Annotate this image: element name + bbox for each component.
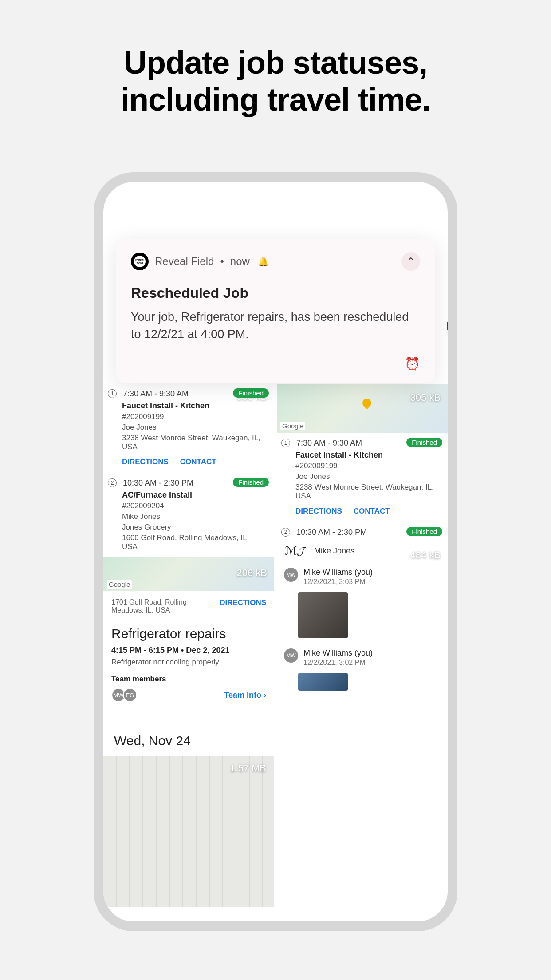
status-badge: Finished [406,438,442,447]
job-order-badge: 1 [108,389,117,398]
job-card-2[interactable]: 2 10:30 AM - 2:30 PM Finished [277,522,448,540]
file-size-overlay: 1.57 MB [230,763,266,774]
team-row: MW EG Team info › [111,688,266,702]
snooze-button[interactable]: ⏰ [131,356,420,371]
contact-link[interactable]: CONTACT [354,507,390,516]
job-person: Joe Jones [295,472,440,481]
hero-line2: including travel time. [0,81,551,118]
status-badge: Finished [233,478,269,487]
date-header: Wed, Nov 24 [103,720,274,756]
detail-address: 1701 Golf Road, Rolling Meadows, IL, USA [111,598,220,614]
job-address: 3238 West Monroe Street, Waukegan, IL, U… [122,434,266,451]
collapse-button[interactable]: ⌃ [401,252,420,271]
notification-title: Rescheduled Job [131,285,420,301]
snooze-alarm-icon: ⏰ [405,357,420,371]
inbox-peek-text: I [446,320,448,333]
job-person: Mike Jones [122,512,266,521]
phone-frame: I revealfield Reveal Field • now 🔔 ⌃ Res… [94,172,457,931]
signature-name: Mike Jones [314,546,354,556]
job-title: Faucet Install - Kitchen [295,450,440,460]
team-info-link[interactable]: Team info › [224,691,266,700]
file-size-overlay: 305 kB [410,392,441,403]
app-icon: revealfield [131,253,149,270]
feed-timestamp: 12/2/2021, 3:03 PM [303,578,373,586]
google-logo: Google [107,580,132,589]
job-address: 3238 West Monroe Street, Waukegan, IL, U… [295,483,440,501]
job-order-badge: 2 [281,528,290,537]
team-members-label: Team members [111,675,266,684]
screenshot-collage: 338 kB 1 7:30 AM - 9:30 AM Finished Fauc… [103,384,448,921]
feed-item[interactable]: MW Mike Williams (you) 12/2/2021, 3:02 P… [277,643,448,672]
feed-name: Mike Williams (you) [303,648,373,658]
job-card-1[interactable]: 338 kB 1 7:30 AM - 9:30 AM Finished Fauc… [103,384,274,473]
notification-separator: • [220,255,224,268]
notification-header: revealfield Reveal Field • now 🔔 ⌃ [131,252,420,271]
job-ref: #202009199 [295,462,440,470]
map-thumbnail[interactable]: 206 kB Google [103,557,274,591]
job-card-1[interactable]: 1 7:30 AM - 9:30 AM Finished Faucet Inst… [277,433,448,522]
job-address: 1600 Golf Road, Rolling Meadows, IL, USA [122,533,266,551]
status-badge: Finished [406,527,442,536]
hero-line1: Update job statuses, [0,44,551,81]
document-photo[interactable]: 1.57 MB [103,756,274,907]
feed-timestamp: 12/2/2021, 3:02 PM [303,659,373,667]
notification-card[interactable]: revealfield Reveal Field • now 🔔 ⌃ Resch… [116,239,435,383]
file-size-overlay: 206 kB [237,567,268,579]
job-card-2[interactable]: 2 10:30 AM - 2:30 PM Finished AC/Furnace… [103,473,274,557]
directions-link[interactable]: DIRECTIONS [220,598,266,614]
detail-heading: Refrigerator repairs [111,626,266,641]
photo-thumbnail[interactable] [298,673,348,691]
directions-link[interactable]: DIRECTIONS [295,507,342,516]
feed-item[interactable]: MW Mike Williams (you) 12/2/2021, 3:03 P… [277,562,448,591]
job-ref: #202009204 [122,502,266,510]
phone-content: I revealfield Reveal Field • now 🔔 ⌃ Res… [103,182,448,921]
job-company: Jones Grocery [122,523,266,532]
signature-row: ℳ𝓙 Mike Jones 484 kB [277,540,448,562]
map-thumbnail[interactable]: 305 kB Google [277,384,448,433]
hero-title: Update job statuses, including travel ti… [0,44,551,118]
job-ref: #202009199 [122,412,266,421]
map-pin-icon [360,397,373,409]
notification-app-name: Reveal Field [155,255,214,268]
avatar: MW [284,648,298,663]
file-size-overlay: 484 kB [410,549,441,561]
chevron-up-icon: ⌃ [407,256,415,267]
feed-name: Mike Williams (you) [303,568,373,577]
job-title: Faucet Install - Kitchen [122,401,266,411]
google-logo: Google [280,422,305,430]
job-person: Joe Jones [122,423,266,432]
photo-thumbnail[interactable] [298,592,348,638]
signature-icon: ℳ𝓙 [285,544,305,558]
job-order-badge: 1 [281,439,290,447]
avatar: MW [284,568,298,582]
job-detail-card[interactable]: 1701 Golf Road, Rolling Meadows, IL, USA… [103,591,274,709]
avatar[interactable]: EG [123,688,137,702]
left-column: 338 kB 1 7:30 AM - 9:30 AM Finished Fauc… [103,384,274,921]
right-column: 305 kB Google 1 7:30 AM - 9:30 AM Finish… [277,384,448,921]
detail-datetime: 4:15 PM - 6:15 PM • Dec 2, 2021 [111,646,266,655]
job-order-badge: 2 [108,478,117,487]
notification-body: Your job, Refrigerator repairs, has been… [131,308,420,343]
status-badge: Finished [233,388,269,398]
app-icon-label: revealfield [134,256,146,267]
notification-when: now [230,255,250,268]
bell-icon: 🔔 [258,256,269,267]
spacer [103,709,274,720]
directions-link[interactable]: DIRECTIONS [122,458,169,466]
contact-link[interactable]: CONTACT [180,458,216,466]
detail-description: Refrigerator not cooling properly [111,658,266,667]
job-title: AC/Furnace Install [122,490,266,500]
